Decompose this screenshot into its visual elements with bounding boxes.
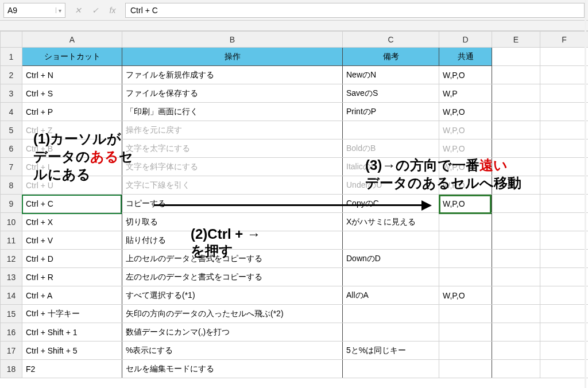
cell[interactable] [492,231,540,250]
row-header[interactable]: 11 [1,231,22,250]
cell[interactable]: Ctrl + P [22,103,122,121]
cell[interactable]: Ctrl + C [22,195,122,213]
cell[interactable] [439,342,492,360]
cell[interactable] [492,121,540,139]
cell[interactable]: 「印刷」画面に行く [122,103,343,121]
cell[interactable] [540,158,589,176]
cell[interactable]: 5と%は同じキー [343,342,439,360]
cell[interactable]: 左のセルのデータと書式をコピーする [122,268,343,286]
cell[interactable] [439,231,492,250]
row-header[interactable]: 12 [1,250,22,268]
cell[interactable]: 文字に下線を引く [122,176,343,195]
cell[interactable] [439,305,492,323]
cell[interactable]: 切り取る [122,213,343,231]
cell[interactable] [492,250,540,268]
cell[interactable] [343,305,439,323]
cell[interactable]: Ctrl + V [22,231,122,250]
cell[interactable]: Ctrl + Shift + 5 [22,342,122,360]
row-header[interactable]: 4 [1,103,22,121]
cell[interactable] [492,48,540,66]
cell[interactable] [492,213,540,231]
cell[interactable]: 備考 [343,48,439,66]
col-header-D[interactable]: D [439,32,492,48]
col-header-B[interactable]: B [122,32,343,48]
row-header[interactable]: 7 [1,158,22,176]
cell[interactable] [492,268,540,286]
cell[interactable]: PrintのP [343,103,439,121]
cell[interactable] [343,268,439,286]
cell[interactable] [492,342,540,360]
cell[interactable]: Ctrl + N [22,66,122,84]
cell[interactable]: 共通 [439,48,492,66]
row-header[interactable]: 16 [1,323,22,342]
chevron-down-icon[interactable]: ▾ [56,7,61,13]
row-header[interactable]: 2 [1,66,22,84]
cell[interactable]: W,P [439,84,492,103]
row-header[interactable]: 5 [1,121,22,139]
cell[interactable]: BoldのB [343,139,439,158]
cell[interactable] [492,176,540,195]
row-header[interactable]: 13 [1,268,22,286]
cell[interactable] [540,66,589,84]
cell[interactable]: SaveのS [343,84,439,103]
row-header[interactable]: 15 [1,305,22,323]
cell[interactable] [439,250,492,268]
row-header[interactable]: 6 [1,139,22,158]
cell[interactable] [540,360,589,378]
cell[interactable]: すべて選択する(*1) [122,286,343,305]
cell[interactable] [492,195,540,213]
cell[interactable] [439,213,492,231]
cell[interactable] [492,84,540,103]
cancel-icon[interactable]: ✕ [74,6,83,15]
row-header[interactable]: 17 [1,342,22,360]
cell[interactable] [343,231,439,250]
cell[interactable]: W,P,O [439,66,492,84]
cell[interactable] [439,360,492,378]
cell[interactable]: DownのD [343,250,439,268]
cell[interactable] [540,121,589,139]
row-header[interactable]: 14 [1,286,22,305]
cell[interactable]: 文字を斜字体にする [122,158,343,176]
cell[interactable]: W,P,O [439,139,492,158]
cell[interactable]: 数値データにカンマ(,)を打つ [122,323,343,342]
cell[interactable] [540,305,589,323]
fx-icon[interactable]: fx [108,6,117,15]
cell[interactable]: 操作を元に戻す [122,121,343,139]
row-header[interactable]: 10 [1,213,22,231]
scrollbar[interactable] [585,0,586,388]
cell[interactable]: コピーする [122,195,343,213]
cell[interactable]: Ctrl + X [22,213,122,231]
cell[interactable]: Ctrl + 十字キー [22,305,122,323]
enter-icon[interactable]: ✓ [91,6,100,15]
cell[interactable] [540,268,589,286]
col-header-E[interactable]: E [492,32,540,48]
cell[interactable]: W,P,O [439,121,492,139]
cell[interactable]: ItalicのI [343,158,439,176]
cell[interactable]: セルを編集モードにする [122,360,343,378]
cell[interactable]: 操作 [122,48,343,66]
cell[interactable] [540,48,589,66]
row-header[interactable]: 9 [1,195,22,213]
cell[interactable] [540,250,589,268]
row-header[interactable]: 18 [1,360,22,378]
cell[interactable] [343,360,439,378]
cell[interactable] [540,103,589,121]
col-header-C[interactable]: C [343,32,439,48]
cell[interactable]: ファイルを新規作成する [122,66,343,84]
cell[interactable]: Ctrl + B [22,139,122,158]
cell[interactable]: %表示にする [122,342,343,360]
cell[interactable] [492,66,540,84]
cell[interactable]: Ctrl + U [22,176,122,195]
select-all-corner[interactable] [1,32,22,48]
cell[interactable] [343,121,439,139]
cell[interactable]: W,P,O [439,176,492,195]
cell[interactable]: W,P,O [439,158,492,176]
formula-input[interactable]: Ctrl + C [125,3,585,18]
cell[interactable] [540,286,589,305]
cell[interactable]: Ctrl + Shift + 1 [22,323,122,342]
row-header[interactable]: 1 [1,48,22,66]
cell[interactable]: ショートカット [22,48,122,66]
row-header[interactable]: 3 [1,84,22,103]
cell[interactable] [540,176,589,195]
cell[interactable] [492,323,540,342]
